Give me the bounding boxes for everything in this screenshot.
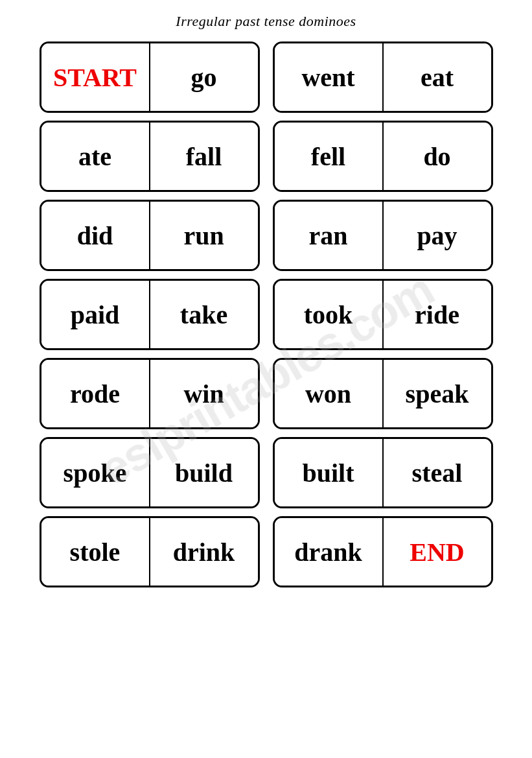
domino: drankEND [273, 516, 493, 587]
domino-left: won [275, 360, 384, 427]
domino: STARTgo [40, 41, 260, 113]
domino: wenteat [273, 41, 493, 113]
domino-left: built [275, 439, 384, 506]
domino-right: steal [384, 439, 491, 506]
domino-left: drank [275, 518, 384, 586]
domino-right: END [384, 518, 491, 586]
domino-row: paidtaketookride [19, 279, 513, 350]
domino-grid: STARTgowenteatatefallfelldodidrunranpayp… [19, 41, 513, 587]
domino: wonspeak [273, 358, 493, 429]
domino-right: take [150, 281, 258, 348]
domino-right: ride [384, 281, 491, 348]
domino-left: stole [41, 518, 150, 586]
domino: felldo [273, 121, 493, 192]
domino: didrun [40, 200, 260, 271]
page-title: Irregular past tense dominoes [176, 13, 356, 30]
domino-right: run [150, 202, 258, 269]
domino-row: stoledrinkdrankEND [19, 516, 513, 587]
domino-left: spoke [41, 439, 150, 506]
domino-right: fall [150, 123, 258, 190]
domino-right: go [150, 43, 258, 111]
domino-row: STARTgowenteat [19, 41, 513, 113]
domino: spokebuild [40, 437, 260, 508]
domino-right: do [384, 123, 491, 190]
domino-left: took [275, 281, 384, 348]
domino-row: spokebuildbuiltsteal [19, 437, 513, 508]
domino-left: ate [41, 123, 150, 190]
domino: atefall [40, 121, 260, 192]
domino-right: drink [150, 518, 258, 586]
domino: rodewin [40, 358, 260, 429]
domino-right: eat [384, 43, 491, 111]
domino-right: build [150, 439, 258, 506]
domino-row: didrunranpay [19, 200, 513, 271]
domino-right: pay [384, 202, 491, 269]
domino: paidtake [40, 279, 260, 350]
domino-left: did [41, 202, 150, 269]
domino-left: START [41, 43, 150, 111]
domino-left: went [275, 43, 384, 111]
domino-left: fell [275, 123, 384, 190]
domino: stoledrink [40, 516, 260, 587]
domino-left: rode [41, 360, 150, 427]
domino-row: rodewinwonspeak [19, 358, 513, 429]
domino-left: paid [41, 281, 150, 348]
domino-right: speak [384, 360, 491, 427]
domino: ranpay [273, 200, 493, 271]
domino-right: win [150, 360, 258, 427]
domino-left: ran [275, 202, 384, 269]
domino: builtsteal [273, 437, 493, 508]
domino-row: atefallfelldo [19, 121, 513, 192]
domino: tookride [273, 279, 493, 350]
